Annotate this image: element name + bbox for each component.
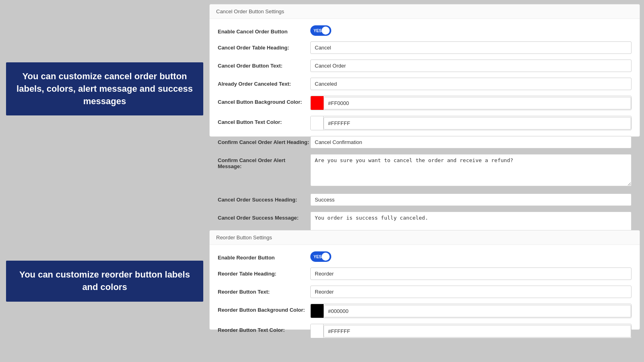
- cancel-panel-title: Cancel Order Button Settings: [210, 4, 640, 19]
- reorder-panel-title: Reorder Button Settings: [210, 230, 640, 245]
- reorder-bg-color-swatch[interactable]: [311, 304, 324, 318]
- reorder-text-color-swatch[interactable]: [311, 324, 324, 338]
- cancel-button-text-input[interactable]: [310, 60, 632, 72]
- enable-reorder-toggle[interactable]: YES: [310, 251, 331, 262]
- reorder-panel: Reorder Button Settings Enable Reorder B…: [209, 230, 640, 330]
- cancel-order-panel: Cancel Order Button Settings Enable Canc…: [209, 4, 640, 137]
- enable-cancel-toggle[interactable]: YES: [310, 25, 331, 36]
- enable-cancel-label: Enable Cancel Order Button: [218, 25, 310, 35]
- cancel-text-color-input[interactable]: [324, 117, 631, 130]
- cancel-table-heading-input[interactable]: [310, 41, 632, 54]
- reorder-text-color-row: Reorder Button Text Color:: [218, 324, 632, 338]
- cancel-text-color-label: Cancel Button Text Color:: [218, 116, 310, 125]
- reorder-info-box: You can customize reorder button labels …: [6, 261, 203, 302]
- cancel-text-color-field: [310, 116, 632, 130]
- alert-message-textarea[interactable]: Are you sure you want to cancel the orde…: [310, 154, 632, 186]
- enable-reorder-label: Enable Reorder Button: [218, 251, 310, 261]
- alert-message-label: Confirm Cancel Order Alert Message:: [218, 154, 310, 169]
- already-canceled-label: Already Order Canceled Text:: [218, 78, 310, 87]
- reorder-toggle-circle: [322, 253, 330, 261]
- cancel-info-box: You can customize cancel order button la…: [6, 62, 203, 115]
- enable-reorder-row: Enable Reorder Button YES: [218, 251, 632, 262]
- cancel-table-heading-row: Cancel Order Table Heading:: [218, 41, 632, 54]
- cancel-text-color-swatch[interactable]: [311, 116, 324, 130]
- already-canceled-input[interactable]: [310, 78, 632, 90]
- reorder-table-heading-input[interactable]: [310, 267, 632, 280]
- reorder-bg-color-label: Reorder Button Background Color:: [218, 304, 310, 313]
- reorder-button-text-row: Reorder Button Text:: [218, 286, 632, 298]
- reorder-bg-color-input[interactable]: [324, 305, 631, 317]
- cancel-table-heading-label: Cancel Order Table Heading:: [218, 41, 310, 51]
- reorder-toggle-yes-label: YES: [314, 255, 322, 259]
- cancel-button-text-label: Cancel Order Button Text:: [218, 60, 310, 69]
- cancel-bg-color-field: [310, 96, 632, 110]
- cancel-bg-color-label: Cancel Button Background Color:: [218, 96, 310, 105]
- reorder-button-text-input[interactable]: [310, 286, 632, 298]
- reorder-table-heading-label: Reorder Table Heading:: [218, 267, 310, 277]
- cancel-text-color-row: Cancel Button Text Color:: [218, 116, 632, 130]
- alert-heading-input[interactable]: [310, 136, 632, 148]
- success-heading-row: Cancel Order Success Heading:: [218, 193, 632, 206]
- success-heading-input[interactable]: [310, 193, 632, 206]
- reorder-table-heading-row: Reorder Table Heading:: [218, 267, 632, 280]
- reorder-text-color-field: [310, 324, 632, 338]
- toggle-yes-label: YES: [314, 29, 322, 33]
- success-message-label: Cancel Order Success Message:: [218, 212, 310, 221]
- cancel-bg-color-swatch[interactable]: [311, 96, 324, 110]
- alert-heading-label: Confirm Cancel Order Alert Heading:: [218, 136, 310, 145]
- alert-heading-row: Confirm Cancel Order Alert Heading:: [218, 136, 632, 148]
- cancel-button-text-row: Cancel Order Button Text:: [218, 60, 632, 72]
- reorder-bg-color-field: [310, 304, 632, 318]
- already-canceled-row: Already Order Canceled Text:: [218, 78, 632, 90]
- toggle-circle: [322, 27, 330, 35]
- alert-message-row: Confirm Cancel Order Alert Message: Are …: [218, 154, 632, 188]
- reorder-text-color-label: Reorder Button Text Color:: [218, 324, 310, 333]
- reorder-text-color-input[interactable]: [324, 325, 631, 337]
- cancel-bg-color-input[interactable]: [324, 97, 631, 109]
- cancel-bg-color-row: Cancel Button Background Color:: [218, 96, 632, 110]
- enable-cancel-row: Enable Cancel Order Button YES: [218, 25, 632, 36]
- reorder-button-text-label: Reorder Button Text:: [218, 286, 310, 295]
- reorder-bg-color-row: Reorder Button Background Color:: [218, 304, 632, 318]
- success-heading-label: Cancel Order Success Heading:: [218, 193, 310, 203]
